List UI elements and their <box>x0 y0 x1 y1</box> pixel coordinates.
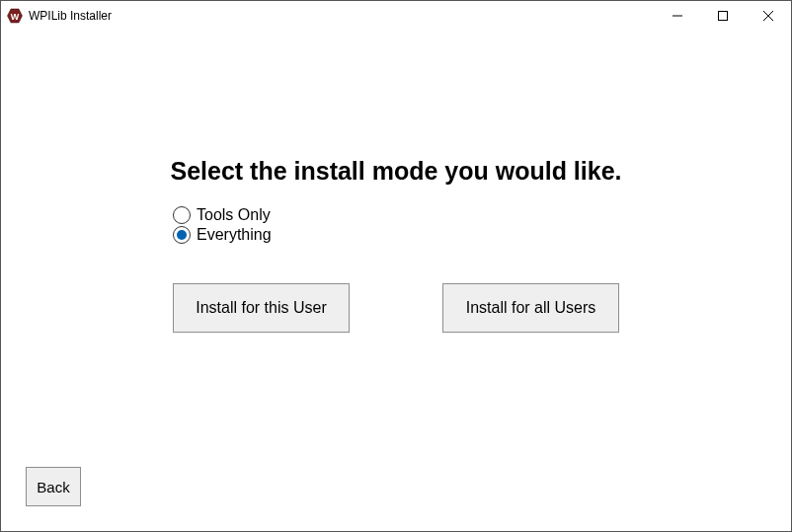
radio-label: Everything <box>197 226 272 244</box>
radio-everything[interactable]: Everything <box>173 226 272 244</box>
install-all-users-button[interactable]: Install for all Users <box>442 283 619 333</box>
close-icon <box>763 11 773 21</box>
radio-tools-only[interactable]: Tools Only <box>173 206 272 224</box>
minimize-icon <box>673 11 682 21</box>
svg-rect-3 <box>719 12 728 21</box>
maximize-icon <box>718 11 728 21</box>
window-controls <box>655 1 791 31</box>
installer-window: W WPILib Installer Select the install mo… <box>0 0 792 532</box>
install-mode-options: Tools Only Everything <box>173 206 272 244</box>
titlebar: W WPILib Installer <box>1 1 791 31</box>
maximize-button[interactable] <box>700 1 746 31</box>
radio-icon <box>173 226 191 244</box>
install-this-user-button[interactable]: Install for this User <box>173 283 350 333</box>
minimize-button[interactable] <box>655 1 700 31</box>
install-button-row: Install for this User Install for all Us… <box>173 283 619 333</box>
back-button[interactable]: Back <box>26 467 81 506</box>
window-title: WPILib Installer <box>29 9 112 23</box>
svg-text:W: W <box>11 12 20 22</box>
app-icon: W <box>7 8 23 24</box>
page-heading: Select the install mode you would like. <box>1 157 791 186</box>
radio-label: Tools Only <box>197 206 271 224</box>
content-area: Select the install mode you would like. … <box>1 31 791 531</box>
radio-icon <box>173 206 191 224</box>
close-button[interactable] <box>746 1 791 31</box>
